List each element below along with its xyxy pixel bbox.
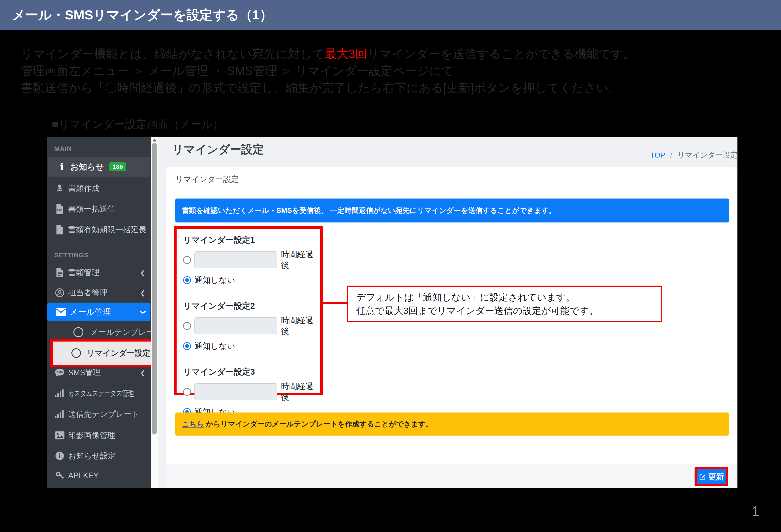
csv-file-icon: csv [55, 204, 65, 214]
svg-text:SMS: SMS [56, 371, 63, 374]
annotation-callout: デフォルトは「通知しない」に設定されています。 任意で最大3回までリマインダー送… [347, 286, 662, 322]
screenshot-caption: ■リマインダー設定画面（メール） [52, 117, 223, 132]
sidebar-item-api-key[interactable]: API KEY [47, 469, 151, 482]
sidebar-item-label: メール管理 [70, 306, 111, 318]
sidebar: MAIN i お知らせ 136 書類作成 csv 書類一括送信 書類有効期限一括… [47, 137, 151, 488]
reminder-1-hours-row: 時間経過後 [183, 249, 320, 271]
reminder-1-no-notify-row: 通知しない [183, 275, 320, 286]
key-icon [55, 471, 65, 480]
sidebar-scrollbar-thumb[interactable] [152, 143, 157, 435]
sidebar-section-settings: SETTINGS [54, 251, 89, 259]
info-icon: i [57, 161, 67, 172]
sidebar-item-label: 書類管理 [68, 267, 99, 278]
card-title: リマインダー設定 [175, 174, 239, 185]
breadcrumb-top-link[interactable]: TOP [650, 151, 665, 159]
chevron-left-icon: ❮ [140, 369, 145, 376]
reminder-2-hours-row: 時間経過後 [183, 315, 320, 337]
reminder-2-no-notify-radio[interactable] [183, 342, 191, 350]
reminder-1-label: リマインダー設定1 [183, 235, 320, 246]
svg-text:csv: csv [57, 208, 61, 212]
reminder-3-hours-radio[interactable] [183, 388, 191, 396]
sidebar-item-label: 書類作成 [68, 183, 99, 194]
reminder-settings-group: リマインダー設定1 時間経過後 通知しない リマインダー設定2 時間経過後 通知… [174, 227, 323, 395]
reminder-2-no-notify-row: 通知しない [183, 341, 320, 352]
template-banner: こちら からリマインダーのメールテンプレートを作成することができます。 [175, 412, 729, 436]
info-banner: 書類を確認いただくメール・SMSを受信後、 一定時間返信がない宛先にリマインダー… [175, 199, 729, 222]
sidebar-item-notice[interactable]: i お知らせ 136 [48, 157, 150, 177]
circle-icon [72, 348, 81, 358]
reminder-3-hours-row: 時間経過後 [183, 381, 320, 403]
sidebar-item-doc-create[interactable]: 書類作成 [47, 182, 151, 195]
sidebar-item-label: リマインダー設定 [87, 348, 150, 359]
intro-line-2: 管理画面左メニュー ＞ メール管理 ・ SMS管理 ＞ リマインダー設定ページに… [21, 62, 761, 79]
sidebar-item-extend[interactable]: 書類有効期限一括延長 [47, 223, 151, 236]
slide-header-bar: メール・SMSリマインダーを設定する（1） [0, 0, 781, 30]
sidebar-item-dest-template[interactable]: 送信先テンプレート [47, 408, 151, 421]
user-circle-icon [55, 288, 65, 297]
sidebar-item-label: カスタムステータス管理 [68, 388, 156, 399]
reminder-3-hours-input[interactable] [195, 383, 277, 400]
sidebar-item-label: 担当者管理 [68, 288, 107, 298]
update-button[interactable]: 更新 [695, 467, 728, 486]
sidebar-item-label: 送信先テンプレート [68, 409, 139, 420]
sidebar-item-label: 印影画像管理 [68, 430, 115, 441]
chevron-left-icon: ❮ [140, 289, 145, 296]
scrollbar-up-arrow-icon[interactable] [153, 138, 157, 141]
info-circle-icon [55, 451, 65, 460]
sidebar-item-label: お知らせ [70, 161, 104, 172]
intro-line-3: 書類送信から「〇時間経過後」の形式で設定し、編集が完了したら右下にある[更新]ボ… [21, 79, 761, 96]
signal-bars-icon [55, 389, 65, 398]
reminder-1-hours-radio[interactable] [183, 256, 191, 264]
edit-pencil-icon [699, 473, 706, 480]
intro-line-1: リマインダー機能とは、締結がなされない宛先に対して最大3回リマインダーを送信する… [21, 45, 761, 62]
chevron-left-icon: ❮ [140, 269, 145, 276]
sidebar-item-bulk-send[interactable]: csv 書類一括送信 [47, 202, 151, 215]
sidebar-item-label: 書類一括送信 [68, 204, 115, 214]
page-number: 1 [752, 503, 759, 519]
sidebar-item-staff-manage[interactable]: 担当者管理 ❮ [47, 286, 151, 299]
sidebar-item-mail-template[interactable]: メールテンプレート [47, 326, 151, 339]
sidebar-item-label: API KEY [68, 471, 98, 480]
intro-paragraph: リマインダー機能とは、締結がなされない宛先に対して最大3回リマインダーを送信する… [21, 45, 761, 96]
annotation-connector-line [323, 302, 347, 304]
image-icon [55, 431, 65, 440]
card-footer [166, 464, 737, 488]
sidebar-item-sms-manage[interactable]: SMS SMS管理 ❮ [47, 366, 151, 379]
kochira-link[interactable]: こちら [182, 420, 204, 428]
circle-icon [73, 327, 83, 337]
sidebar-item-mail-manage[interactable]: メール管理 ❮ [47, 302, 151, 321]
reminder-1-hours-input[interactable] [195, 251, 277, 269]
sidebar-item-label: SMS管理 [68, 367, 101, 378]
intro-highlight: 最大3回 [325, 47, 367, 60]
sidebar-item-reminder-setting[interactable]: リマインダー設定 [50, 339, 154, 367]
file-lines-icon [55, 268, 65, 277]
file-icon [55, 225, 65, 235]
reminder-2-hours-radio[interactable] [183, 322, 191, 330]
breadcrumb-current: リマインダー設定 [677, 151, 737, 159]
sidebar-section-main: MAIN [54, 145, 72, 152]
reminder-2-hours-input[interactable] [195, 317, 277, 334]
notice-count-badge: 136 [109, 162, 126, 171]
sidebar-item-stamp-image[interactable]: 印影画像管理 [47, 429, 151, 442]
sidebar-item-notice-setting[interactable]: お知らせ設定 [47, 449, 151, 462]
breadcrumb: TOP / リマインダー設定 [650, 150, 737, 160]
envelope-icon [56, 308, 66, 316]
page-title: リマインダー設定 [172, 142, 264, 157]
sms-bubble-icon: SMS [55, 368, 65, 377]
admin-screenshot: MAIN i お知らせ 136 書類作成 csv 書類一括送信 書類有効期限一括… [47, 137, 737, 488]
reminder-2-label: リマインダー設定2 [183, 300, 320, 312]
reminder-1-no-notify-radio[interactable] [183, 276, 191, 284]
stamp-icon [55, 184, 65, 193]
sidebar-item-doc-manage[interactable]: 書類管理 ❮ [47, 266, 151, 279]
sidebar-item-custom-status[interactable]: カスタムステータス管理 [47, 387, 151, 400]
sidebar-item-label: お知らせ設定 [68, 451, 116, 461]
reminder-3-label: リマインダー設定3 [183, 366, 320, 377]
slide-title: メール・SMSリマインダーを設定する（1） [12, 0, 273, 30]
chevron-down-icon: ❮ [139, 309, 146, 314]
sidebar-item-label: 書類有効期限一括延長 [68, 224, 147, 235]
signal-bars-icon [55, 410, 65, 419]
